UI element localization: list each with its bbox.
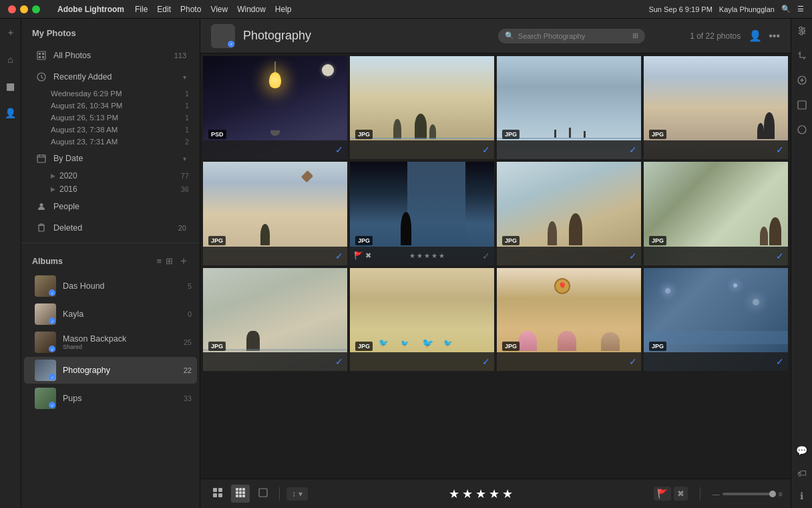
topbar-filter-icon[interactable]: ⊞: [632, 31, 638, 40]
photo-format-0: PSD: [208, 130, 226, 139]
album-photography[interactable]: ✓ Photography 22: [24, 357, 197, 384]
right-panel-adjust-icon[interactable]: [797, 25, 807, 38]
by-date-icon: [35, 152, 48, 165]
minimize-button[interactable]: [20, 5, 28, 13]
album-kayla[interactable]: ✓ Kayla 0: [24, 301, 197, 328]
photo-format-2: JPG: [502, 130, 520, 139]
menu-edit[interactable]: Edit: [157, 5, 171, 14]
year-2016[interactable]: ▶ 2016 36: [51, 182, 200, 196]
album-mason-backpack[interactable]: ✓ Mason Backpack Shared 25: [24, 329, 197, 356]
album-name-photography: Photography: [63, 366, 181, 375]
photo-format-9: JPG: [355, 342, 373, 351]
album-header-icon: ✓: [211, 24, 235, 48]
recent-label-2: August 26, 5:13 PM: [51, 114, 185, 122]
svg-rect-6: [37, 155, 45, 162]
library-icon[interactable]: ▦: [3, 79, 18, 94]
menu-photo[interactable]: Photo: [180, 5, 201, 14]
sidebar-item-deleted[interactable]: Deleted 20: [24, 218, 197, 238]
menu-control-center[interactable]: ☰: [797, 5, 804, 13]
view-square-icon[interactable]: [231, 485, 250, 503]
right-panel-info-icon[interactable]: ℹ: [800, 491, 803, 501]
sidebar-item-by-date[interactable]: By Date ▾: [24, 148, 197, 168]
photo-cell-3[interactable]: JPG ✓: [644, 56, 788, 159]
toolbar-separator-2: [700, 487, 700, 501]
star-1[interactable]: ★: [449, 487, 459, 501]
star-2[interactable]: ★: [462, 487, 473, 501]
topbar-more-icon[interactable]: •••: [769, 30, 780, 42]
photo-cell-9[interactable]: 🐦 🐦 🐦 🐦 JPG ✓: [350, 268, 494, 371]
view-grid-icon[interactable]: [208, 485, 227, 503]
menu-file[interactable]: File: [135, 5, 148, 14]
right-panel-circle-icon[interactable]: [797, 124, 807, 137]
photo-cell-7[interactable]: JPG ✓: [644, 162, 788, 265]
photo-cell-6[interactable]: JPG ✓: [497, 162, 641, 265]
menu-view[interactable]: View: [210, 5, 228, 14]
right-panel-comment-icon[interactable]: 💬: [796, 445, 807, 456]
photo-format-1: JPG: [355, 130, 373, 139]
albums-header: Albums ≡ ⊞ ＋: [21, 247, 200, 272]
close-button[interactable]: [8, 5, 16, 13]
menu-search-icon[interactable]: 🔍: [781, 5, 791, 13]
photo-cell-1[interactable]: JPG ✓: [350, 56, 494, 159]
recent-child-3[interactable]: August 23, 7:38 AM 1: [51, 124, 200, 136]
by-date-chevron: ▾: [183, 155, 186, 162]
topbar-person-icon[interactable]: 👤: [749, 29, 762, 42]
photo-cell-10[interactable]: 🎈 JPG ✓: [497, 268, 641, 371]
right-panel-crop-icon[interactable]: [797, 50, 807, 63]
zoom-slider[interactable]: — ≡: [713, 490, 783, 498]
photo-cell-bottom-2: ✓: [497, 140, 641, 159]
albums-title: Albums: [32, 257, 156, 266]
view-single-icon[interactable]: [254, 485, 272, 503]
recent-child-1[interactable]: August 26, 10:34 PM 1: [51, 100, 200, 112]
album-check-photography: ✓: [49, 374, 55, 380]
right-panel-heal-icon[interactable]: [797, 75, 807, 88]
album-count-photography: 22: [184, 366, 192, 374]
albums-grid-view-icon[interactable]: ⊞: [166, 256, 173, 266]
star-4[interactable]: ★: [489, 487, 499, 501]
sidebar-item-people[interactable]: People: [24, 197, 197, 217]
menu-help[interactable]: Help: [275, 5, 292, 14]
recent-child-0[interactable]: Wednesday 6:29 PM 1: [51, 88, 200, 100]
star-3[interactable]: ★: [475, 487, 486, 501]
photo-cell-bottom-3: ✓: [644, 140, 788, 159]
year-2020[interactable]: ▶ 2020 77: [51, 169, 200, 182]
recent-child-2[interactable]: August 26, 5:13 PM 1: [51, 112, 200, 124]
right-panel-preset-icon[interactable]: [797, 100, 807, 112]
album-info-mason: Mason Backpack Shared: [63, 334, 181, 350]
by-date-label: By Date: [53, 154, 182, 163]
fullscreen-button[interactable]: [32, 5, 40, 13]
photo-check-3: ✓: [776, 144, 784, 155]
recent-label-3: August 23, 7:38 AM: [51, 126, 185, 134]
sidebar-item-recently-added[interactable]: Recently Added ▾: [24, 67, 197, 87]
home-icon[interactable]: ⌂: [3, 52, 18, 67]
rating-stars[interactable]: ★ ★ ★ ★ ★: [449, 487, 513, 501]
albums-list-view-icon[interactable]: ≡: [156, 256, 162, 266]
right-panel: 💬 🏷 ℹ: [791, 19, 812, 508]
flag-button[interactable]: 🚩: [654, 487, 671, 501]
sort-button[interactable]: ↕ ▾: [286, 487, 308, 501]
sidebar-item-all-photos[interactable]: All Photos 113: [24, 45, 197, 66]
photo-cell-4[interactable]: JPG ✓: [203, 162, 347, 265]
recently-added-chevron: ▾: [183, 74, 186, 81]
photo-cell-11[interactable]: JPG ✓: [644, 268, 788, 371]
people-icon[interactable]: 👤: [3, 106, 18, 120]
photo-cell-2[interactable]: JPG ✓: [497, 56, 641, 159]
menu-window[interactable]: Window: [237, 5, 266, 14]
right-panel-tag-icon[interactable]: 🏷: [797, 468, 807, 479]
photo-cell-5[interactable]: JPG 🚩 ✖ ★★★★★ ✓: [350, 162, 494, 265]
photo-cell-0[interactable]: PSD ✓: [203, 56, 347, 159]
star-5[interactable]: ★: [502, 487, 513, 501]
photo-cell-bottom-0: ✓: [203, 140, 347, 159]
album-das-hound[interactable]: ✓ Das Hound 5: [24, 273, 197, 299]
photo-cell-8[interactable]: JPG ✓: [203, 268, 347, 371]
reject-button[interactable]: ✖: [674, 487, 688, 501]
add-icon[interactable]: ＋: [3, 25, 18, 40]
top-bar: ✓ Photography 🔍 Search Photography ⊞ 1 o…: [200, 19, 791, 53]
album-pups[interactable]: ✓ Pups 33: [24, 385, 197, 412]
photo-check-8: ✓: [335, 356, 343, 367]
album-count-pups: 33: [184, 394, 192, 402]
recent-child-4[interactable]: August 23, 7:31 AM 2: [51, 136, 200, 148]
photo-cell-bottom-4: ✓: [203, 247, 347, 265]
albums-add-button[interactable]: ＋: [178, 254, 189, 268]
slider-track[interactable]: [723, 493, 776, 495]
